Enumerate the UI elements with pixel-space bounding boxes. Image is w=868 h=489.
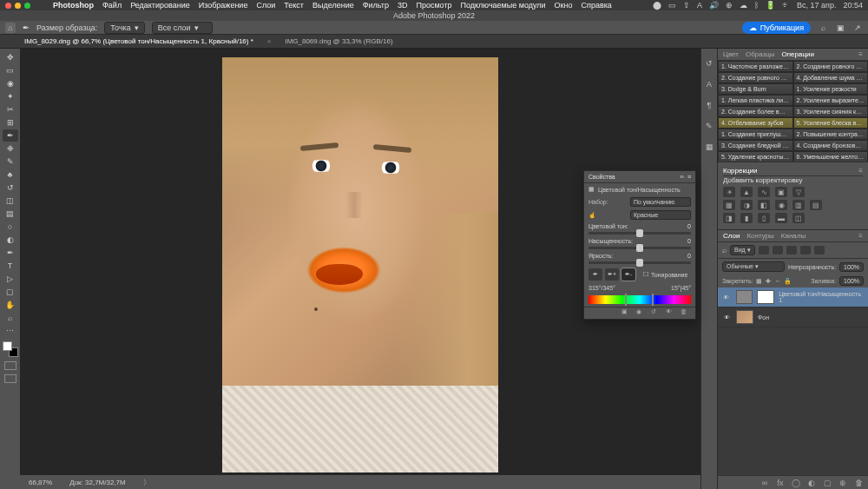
- action-button[interactable]: 5. Усиление блеска волос: [793, 117, 869, 129]
- quickmask-icon[interactable]: [4, 361, 16, 370]
- layer-filter-select[interactable]: Вид ▾: [730, 245, 755, 255]
- tray-icon[interactable]: 🔊: [709, 1, 719, 10]
- eyedropper-icon[interactable]: ✒: [589, 268, 602, 281]
- dodge-tool-icon[interactable]: ◐: [3, 234, 18, 246]
- adj-mixer-icon[interactable]: ▥: [792, 200, 805, 210]
- brush-icon[interactable]: ✎: [703, 120, 715, 132]
- colorize-label[interactable]: Тонирование: [651, 272, 687, 278]
- panel-menu-icon[interactable]: ≡: [858, 232, 863, 240]
- panel-menu-icon[interactable]: ≡: [687, 174, 691, 180]
- filter-type-icon[interactable]: [786, 246, 797, 254]
- heal-tool-icon[interactable]: ❉: [3, 142, 18, 155]
- adj-curves-icon[interactable]: ∿: [758, 187, 770, 197]
- fill-field[interactable]: 100%: [839, 276, 864, 286]
- action-button[interactable]: 3. Усиление сияния кожи: [793, 106, 869, 117]
- visibility-icon[interactable]: 👁: [666, 308, 676, 319]
- adj-photo-icon[interactable]: ◉: [775, 200, 787, 210]
- blur-tool-icon[interactable]: ○: [3, 221, 18, 233]
- menu-3d[interactable]: 3D: [398, 1, 408, 10]
- hue-slider[interactable]: Цветовой тон:0: [584, 221, 695, 236]
- stamp-tool-icon[interactable]: ♣: [3, 169, 18, 181]
- filter-pixel-icon[interactable]: [759, 246, 769, 254]
- menu-filter[interactable]: Фильтр: [363, 1, 389, 10]
- tab-samples[interactable]: Образцы: [746, 50, 775, 58]
- adj-balance-icon[interactable]: ◑: [740, 200, 753, 210]
- bluetooth-icon[interactable]: ᛒ: [754, 1, 759, 10]
- layer-row[interactable]: 👁Цветовой тон/Насыщенность 1: [718, 287, 868, 307]
- move-tool-icon[interactable]: ✥: [3, 51, 18, 63]
- lightness-slider[interactable]: Яркость:0: [584, 251, 695, 266]
- prev-icon[interactable]: ◉: [636, 308, 647, 319]
- adj-brightness-icon[interactable]: ☀: [723, 187, 735, 197]
- adj-exposure-icon[interactable]: ▣: [775, 187, 787, 197]
- properties-panel[interactable]: Свойства ››≡ ▦Цветовой тон/Насыщенность …: [583, 170, 696, 320]
- tray-icon[interactable]: A: [697, 1, 702, 10]
- tab-channels[interactable]: Каналы: [781, 232, 806, 240]
- menu-text[interactable]: Текст: [284, 1, 304, 10]
- home-icon[interactable]: ⌂: [5, 23, 16, 33]
- tray-icon[interactable]: ⊕: [726, 1, 733, 10]
- search-icon[interactable]: ⌕: [722, 246, 727, 254]
- action-button[interactable]: 1. Создание приглушенн…: [718, 129, 793, 140]
- tab-actions[interactable]: Операции: [782, 50, 814, 58]
- pen-tool-icon[interactable]: ✒: [3, 247, 18, 259]
- reset-icon[interactable]: ↺: [651, 308, 661, 319]
- fx-icon[interactable]: fx: [775, 478, 786, 488]
- share-button[interactable]: ☁Публикация: [742, 22, 811, 34]
- tray-icon[interactable]: ▭: [668, 1, 676, 10]
- menu-edit[interactable]: Редактирование: [130, 1, 190, 10]
- filter-shape-icon[interactable]: [800, 246, 811, 254]
- filter-adj-icon[interactable]: [773, 246, 783, 254]
- more-icon[interactable]: ⋯: [3, 325, 18, 337]
- adj-levels-icon[interactable]: ▲: [740, 187, 753, 197]
- tray-icon[interactable]: ⇪: [683, 1, 690, 10]
- document-tab[interactable]: IMG_8069.dng @ 33,3% (RGB/16): [281, 36, 396, 47]
- type-tool-icon[interactable]: T: [3, 260, 18, 272]
- styles-icon[interactable]: ▦: [703, 141, 715, 153]
- action-button[interactable]: 3. Dodge & Burn: [718, 83, 793, 95]
- eyedropper-sub-icon[interactable]: ✒-: [621, 268, 635, 281]
- adj-threshold-icon[interactable]: ▯: [758, 213, 770, 223]
- panel-menu-icon[interactable]: ≡: [858, 167, 863, 175]
- action-button[interactable]: 1. Усиление резкости: [793, 83, 869, 95]
- adj-vibrance-icon[interactable]: ▽: [792, 187, 805, 197]
- share-panel-icon[interactable]: ↗: [852, 23, 863, 33]
- tray-icon[interactable]: ⬤: [653, 1, 661, 10]
- tab-color[interactable]: Цвет: [723, 50, 739, 58]
- adj-icon[interactable]: ◐: [806, 478, 817, 488]
- battery-icon[interactable]: 🔋: [766, 1, 775, 10]
- lasso-tool-icon[interactable]: ◉: [3, 77, 18, 89]
- traffic-lights[interactable]: [5, 3, 30, 9]
- adj-gradient-icon[interactable]: ▬: [775, 213, 787, 223]
- adj-selective-icon[interactable]: ◫: [792, 213, 805, 223]
- adj-poster-icon[interactable]: ▮: [740, 213, 753, 223]
- blend-mode-select[interactable]: Обычные ▾: [722, 261, 785, 272]
- action-button[interactable]: 1. Частотное разложение: [718, 61, 793, 72]
- lock-artboard-icon[interactable]: ↔: [774, 278, 780, 284]
- char-icon[interactable]: A: [703, 78, 715, 90]
- link-icon[interactable]: ∞: [760, 478, 770, 488]
- sample-size-select[interactable]: Точка▾: [104, 22, 144, 34]
- action-button[interactable]: 2. Повышение контрастн…: [793, 129, 869, 140]
- menu-help[interactable]: Справка: [582, 1, 612, 10]
- hand-tool-icon[interactable]: ✋: [3, 299, 18, 311]
- wand-tool-icon[interactable]: ✦: [3, 90, 18, 102]
- action-button[interactable]: 6. Уменьшение желтого о…: [793, 151, 869, 162]
- zoom-tool-icon[interactable]: ⌕: [3, 312, 18, 324]
- clip-icon[interactable]: ▣: [621, 308, 632, 319]
- tab-paths[interactable]: Контуры: [746, 232, 773, 240]
- channel-select[interactable]: Красные: [630, 210, 691, 220]
- tab-layers[interactable]: Слои: [723, 232, 740, 240]
- tray-icon[interactable]: ☁: [740, 1, 747, 10]
- date[interactable]: Вс, 17 апр.: [797, 1, 836, 10]
- action-button[interactable]: 1. Легкая пластика лица: [718, 95, 793, 106]
- new-icon[interactable]: ⊕: [838, 478, 848, 488]
- sample-layers-select[interactable]: Все слои▾: [152, 22, 213, 34]
- set-select[interactable]: По умолчанию: [630, 197, 691, 207]
- adj-invert-icon[interactable]: ◨: [723, 213, 735, 223]
- adj-hue-icon[interactable]: ▦: [723, 200, 735, 210]
- marquee-tool-icon[interactable]: ▭: [3, 64, 18, 76]
- color-swatches[interactable]: [3, 341, 18, 357]
- search-icon[interactable]: ⌕: [818, 23, 828, 33]
- eyedropper-add-icon[interactable]: ✒+: [605, 268, 619, 281]
